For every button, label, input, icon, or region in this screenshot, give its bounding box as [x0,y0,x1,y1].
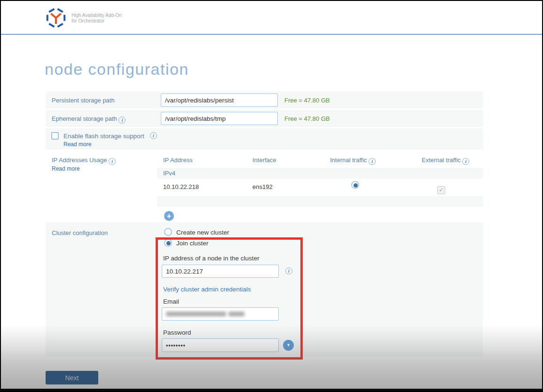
ephemeral-storage-row: Ephemeral storage path i Free = 47.80 GB [46,110,483,127]
ephemeral-free-space: Free = 47.80 GB [284,115,330,122]
info-icon[interactable]: i [285,267,292,274]
persistent-storage-row: Persistent storage path Free = 47.80 GB [46,92,483,109]
flash-storage-label: Enable flash storage support [63,133,144,140]
email-redacted-value [228,312,244,316]
create-new-cluster-radio[interactable] [164,228,172,236]
join-cluster-label: Join cluster [176,240,208,247]
password-label: Password [163,329,191,336]
ip-usage-label: IP Addresses Usage i [52,157,116,165]
cluster-configuration-row: Cluster configuration Create new cluster… [46,222,483,357]
page-title: node configuration [45,60,189,78]
ip-usage-label-text: IP Addresses Usage [52,157,107,164]
persistent-free-space: Free = 47.80 GB [284,97,330,104]
email-redacted-value [166,312,226,316]
info-icon[interactable]: i [150,132,157,139]
info-icon[interactable]: i [109,158,116,165]
ipv4-group-label: IPv4 [163,170,175,177]
app-window: High Availability Add-On for Orchestrato… [0,0,543,392]
info-icon[interactable]: i [369,158,376,165]
password-input[interactable] [162,338,279,352]
email-label: Email [163,298,179,305]
info-icon[interactable]: i [118,117,126,124]
column-header-internal-traffic: Internal traffic i [330,157,376,165]
flash-read-more-link[interactable]: Read more [63,141,91,148]
next-button[interactable]: Next [46,371,98,384]
info-icon[interactable]: i [462,158,469,165]
ephemeral-storage-label-text: Ephemeral storage path [52,115,117,122]
ipv4-group-row: IPv4 [157,168,483,179]
ip-address-value: 10.10.22.218 [163,183,199,190]
flash-storage-row: Enable flash storage support i Read more [46,128,483,149]
ip-usage-read-more-link[interactable]: Read more [52,165,79,172]
ephemeral-storage-input[interactable] [161,112,278,125]
external-traffic-header-text: External traffic [422,157,461,164]
logo-text-line2: for Orchestrator [71,18,122,24]
header: High Availability Add-On for Orchestrato… [1,1,542,34]
node-ip-label: IP address of a node in the cluster [163,255,260,262]
email-field-wrapper [162,307,279,321]
verify-credentials-heading: Verify cluster admin credentials [163,286,251,293]
node-ip-input[interactable] [162,265,279,278]
bottom-black-bar [1,389,542,391]
logo-text-line1: High Availability Add-On [71,13,122,18]
redislabs-hexagon-logo-icon [45,7,67,29]
column-header-ip-address: IP Address [163,157,193,164]
column-header-external-traffic: External traffic i [422,157,469,165]
external-traffic-checkbox[interactable]: ✓ [437,186,445,194]
add-ip-address-button[interactable]: + [164,211,174,221]
column-header-interface: Interface [252,157,276,164]
logo-text: High Availability Add-On for Orchestrato… [71,13,122,24]
password-dropdown-button[interactable]: ▼ [283,340,294,351]
table-empty-band [157,196,483,207]
ephemeral-storage-label: Ephemeral storage path i [52,115,126,124]
header-divider [1,34,542,35]
interface-value: ens192 [252,183,273,190]
persistent-storage-input[interactable] [161,94,278,107]
ip-addresses-section: IP Addresses Usage i Read more IP Addres… [46,152,483,209]
persistent-storage-label: Persistent storage path [52,97,115,104]
internal-traffic-radio[interactable] [351,181,359,189]
cluster-configuration-label: Cluster configuration [52,229,108,236]
create-new-cluster-label: Create new cluster [176,229,229,236]
flash-storage-checkbox[interactable] [51,132,59,140]
join-cluster-radio[interactable] [164,239,172,247]
internal-traffic-header-text: Internal traffic [330,157,367,164]
